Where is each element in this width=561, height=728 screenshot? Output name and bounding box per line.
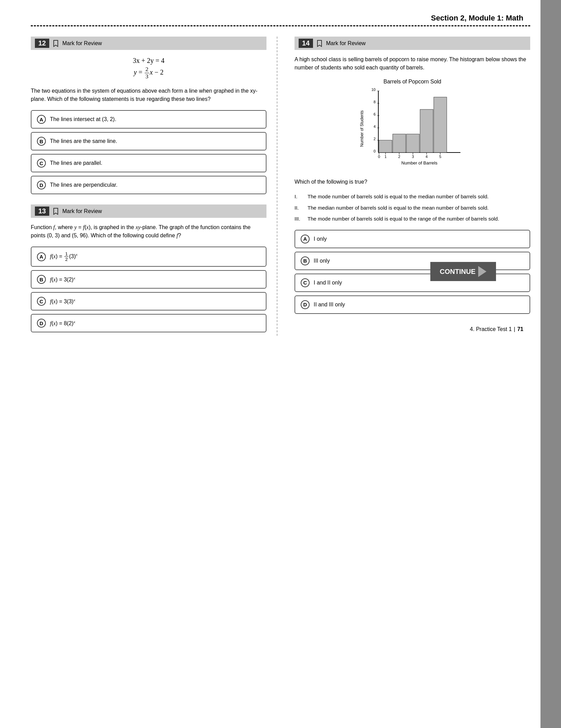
q14-choice-d-text: II and III only	[314, 302, 345, 308]
q12-choice-c-text: The lines are parallel.	[50, 160, 102, 166]
stmt-2-num: II.	[295, 204, 305, 212]
q12-mark-review: Mark for Review	[62, 40, 102, 47]
q12-choice-c-letter: C	[37, 159, 46, 168]
histogram-title: Barrels of Popcorn Sold	[295, 79, 530, 85]
q13-choice-a-text: f(x) = 12(3)x	[50, 251, 78, 262]
q14-choice-b-letter: B	[301, 256, 310, 265]
bookmark-icon-14	[316, 40, 323, 47]
q13-question-text: Function f, where y = f(x), is graphed i…	[31, 223, 266, 240]
page-header: Section 2, Module 1: Math	[31, 14, 530, 23]
q12-equations: 3x + 2y = 4 y = 23x − 2	[31, 57, 266, 80]
q13-number: 13	[35, 207, 49, 216]
q14-number: 14	[299, 39, 313, 48]
q12-choice-b[interactable]: B The lines are the same line.	[31, 132, 266, 150]
svg-text:2: 2	[373, 137, 375, 141]
q12-choice-a-letter: A	[37, 115, 46, 124]
histogram-container: Barrels of Popcorn Sold Number of Studen…	[295, 79, 530, 171]
svg-text:Number of Barrels: Number of Barrels	[401, 160, 438, 166]
question-12: 12 Mark for Review 3x + 2y = 4 y = 23x −…	[31, 37, 266, 194]
q13-choice-b-text: f(x) = 3(2)x	[50, 276, 75, 283]
q13-choice-c-text: f(x) = 3(3)x	[50, 298, 75, 305]
svg-text:6: 6	[373, 112, 375, 116]
bookmark-icon-12	[53, 40, 59, 47]
q12-choice-d-letter: D	[37, 181, 46, 189]
svg-text:4: 4	[373, 124, 375, 129]
stmt-3-num: III.	[295, 215, 305, 223]
histogram-svg: Number of Students 0 2 4 6	[358, 88, 467, 171]
svg-rect-15	[393, 134, 406, 153]
footer-label: 4. Practice Test 1	[470, 326, 512, 332]
bookmark-icon-13	[53, 208, 59, 215]
q13-header: 13 Mark for Review	[31, 204, 266, 218]
q12-choice-a[interactable]: A The lines intersect at (3, 2).	[31, 110, 266, 129]
q14-choice-c-text: I and II only	[314, 280, 342, 286]
stmt-1-text: The mode number of barrels sold is equal…	[308, 193, 488, 201]
q14-choice-a-text: I only	[314, 236, 327, 242]
q14-choice-c-letter: C	[301, 278, 310, 287]
svg-text:3: 3	[412, 155, 414, 159]
stmt-1-num: I.	[295, 193, 305, 201]
q14-header: 14 Mark for Review	[295, 37, 530, 50]
continue-arrow-icon	[478, 266, 486, 277]
q14-which-true: Which of the following is true?	[295, 178, 530, 186]
q14-question-text: A high school class is selling barrels o…	[295, 55, 530, 72]
svg-rect-16	[406, 134, 419, 153]
stmt-2: II. The median number of barrels sold is…	[295, 204, 530, 212]
footer-page: 71	[517, 326, 523, 332]
q13-mark-review: Mark for Review	[62, 208, 102, 214]
stmt-3: III. The mode number of barrels sold is …	[295, 215, 530, 223]
footer-separator: |	[514, 326, 515, 332]
q14-choice-a-letter: A	[301, 235, 310, 243]
q13-choice-d-text: f(x) = 8(2)x	[50, 320, 75, 327]
continue-button[interactable]: CONTINUE	[430, 262, 496, 281]
q12-choice-a-text: The lines intersect at (3, 2).	[50, 116, 116, 122]
q13-choice-c-letter: C	[37, 297, 46, 306]
q12-number: 12	[35, 39, 49, 48]
q12-eq2: y = 23x − 2	[31, 66, 266, 80]
right-column: 14 Mark for Review A high school class i…	[291, 37, 530, 336]
q12-choice-c[interactable]: C The lines are parallel.	[31, 154, 266, 172]
svg-text:2: 2	[398, 155, 400, 159]
q13-choice-d[interactable]: D f(x) = 8(2)x	[31, 314, 266, 332]
svg-text:10: 10	[371, 88, 375, 92]
q12-choice-b-text: The lines are the same line.	[50, 138, 117, 144]
svg-text:Number of Students: Number of Students	[360, 110, 364, 147]
continue-label: CONTINUE	[440, 268, 475, 276]
svg-rect-17	[420, 109, 433, 153]
q14-choice-b-text: III only	[314, 258, 330, 264]
q12-choice-d-text: The lines are perpendicular.	[50, 182, 117, 188]
q13-choice-b[interactable]: B f(x) = 3(2)x	[31, 270, 266, 289]
svg-text:4: 4	[425, 155, 427, 159]
stmt-3-text: The mode number of barrels sold is equal…	[308, 215, 499, 223]
svg-text:0: 0	[378, 155, 380, 159]
stmt-1: I. The mode number of barrels sold is eq…	[295, 193, 530, 201]
q12-eq1: 3x + 2y = 4	[31, 57, 266, 65]
q12-question-text: The two equations in the system of equat…	[31, 87, 266, 103]
left-column: 12 Mark for Review 3x + 2y = 4 y = 23x −…	[31, 37, 277, 336]
svg-text:0: 0	[373, 149, 375, 153]
q14-choice-d[interactable]: D II and III only	[295, 295, 530, 314]
q14-statements: I. The mode number of barrels sold is eq…	[295, 193, 530, 223]
q12-choice-b-letter: B	[37, 137, 46, 146]
q13-choice-d-letter: D	[37, 319, 46, 328]
q13-choice-c[interactable]: C f(x) = 3(3)x	[31, 292, 266, 310]
q14-mark-review: Mark for Review	[326, 40, 366, 47]
svg-text:5: 5	[439, 155, 441, 159]
q13-choice-b-letter: B	[37, 275, 46, 284]
svg-text:1: 1	[384, 155, 386, 159]
question-13: 13 Mark for Review Function f, where y =…	[31, 204, 266, 332]
q13-choice-a[interactable]: A f(x) = 12(3)x	[31, 247, 266, 267]
q13-choice-a-letter: A	[37, 252, 46, 261]
q14-choice-a[interactable]: A I only	[295, 230, 530, 248]
stmt-2-text: The median number of barrels sold is equ…	[308, 204, 488, 212]
q12-choice-d[interactable]: D The lines are perpendicular.	[31, 176, 266, 194]
svg-rect-14	[379, 140, 392, 153]
svg-text:8: 8	[373, 100, 375, 104]
page-footer: 4. Practice Test 1 | 71	[470, 326, 523, 332]
q14-choice-d-letter: D	[301, 300, 310, 309]
svg-rect-18	[434, 97, 447, 153]
q12-header: 12 Mark for Review	[31, 37, 266, 50]
header-divider	[31, 25, 530, 26]
